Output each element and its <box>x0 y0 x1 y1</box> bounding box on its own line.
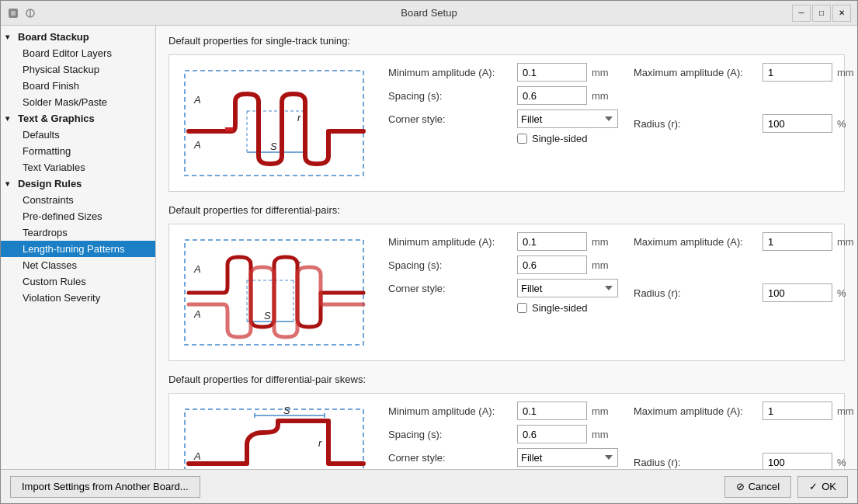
sidebar-item-text-variables[interactable]: Text Variables <box>1 159 155 176</box>
corner-style-label-diff: Corner style: <box>388 283 512 294</box>
max-amplitude-input-diff[interactable] <box>762 232 832 251</box>
min-amplitude-input-skews[interactable] <box>517 401 587 420</box>
sidebar-item-pre-defined-sizes[interactable]: Pre-defined Sizes <box>1 208 155 224</box>
max-amplitude-input-skews[interactable] <box>762 401 832 420</box>
sidebar-item-custom-rules[interactable]: Custom Rules <box>1 273 155 290</box>
min-amplitude-unit-diff: mm <box>592 236 607 248</box>
ok-label: OK <box>822 481 836 492</box>
max-amplitude-label-single: Maximum amplitude (A): <box>634 67 758 78</box>
sidebar-item-formatting[interactable]: Formatting <box>1 143 155 159</box>
radius-unit-single: % <box>837 118 853 130</box>
section-diff-pairs: Default properties for differential-pair… <box>168 204 845 361</box>
radius-row-single: Radius (r): % <box>634 114 853 133</box>
sidebar-item-length-tuning-patterns[interactable]: Length-tuning Patterns <box>1 241 155 257</box>
close-button[interactable]: ✕ <box>832 5 851 22</box>
svg-text:A: A <box>193 94 201 106</box>
sidebar-item-board-editor-layers[interactable]: Board Editor Layers <box>1 45 155 61</box>
sidebar-label-design-rules: Design Rules <box>18 178 82 189</box>
spacing-label-diff: Spacing (s): <box>388 259 512 271</box>
sidebar-item-physical-stackup[interactable]: Physical Stackup <box>1 61 155 78</box>
min-amplitude-label-skews: Minimum amplitude (A): <box>388 405 512 417</box>
radius-input-skews[interactable] <box>762 453 832 469</box>
main-window: Board Setup ─ □ ✕ ▾ Board Stackup Board … <box>0 0 858 504</box>
max-amplitude-label-skews: Maximum amplitude (A): <box>634 405 758 417</box>
spacing-row-skews: Spacing (s): mm <box>388 425 618 443</box>
sidebar-item-violation-severity[interactable]: Violation Severity <box>1 290 155 306</box>
amplitude-row-skews: Minimum amplitude (A): mm Spacing (s): m… <box>388 401 853 469</box>
svg-text:S: S <box>283 405 290 416</box>
content-area: ▾ Board Stackup Board Editor Layers Phys… <box>1 26 857 469</box>
tuning-section-diff-skews: A S r <box>168 393 845 469</box>
sidebar-item-solder-mask-paste[interactable]: Solder Mask/Paste <box>1 94 155 110</box>
max-amplitude-unit-single: mm <box>837 67 853 78</box>
sidebar-item-constraints[interactable]: Constraints <box>1 192 155 208</box>
max-amplitude-row-single: Maximum amplitude (A): mm <box>634 63 853 82</box>
form-single-track: Minimum amplitude (A): mm Spacing (s): m… <box>388 63 853 144</box>
cancel-label: Cancel <box>749 481 780 492</box>
spacing-input-single[interactable] <box>517 86 587 105</box>
col-right-diff: Maximum amplitude (A): mm Radius (r): % <box>634 232 853 314</box>
max-amplitude-label-diff: Maximum amplitude (A): <box>634 236 758 248</box>
cancel-button[interactable]: ⊘ Cancel <box>724 476 791 498</box>
sidebar-item-text-graphics[interactable]: ▾ Text & Graphics <box>1 110 155 127</box>
section-diff-skews: Default properties for differential-pair… <box>168 374 845 469</box>
window-title: Board Setup <box>401 7 457 19</box>
svg-rect-4 <box>185 71 363 176</box>
sidebar-label-board-finish: Board Finish <box>23 80 79 92</box>
maximize-button[interactable]: □ <box>812 5 831 22</box>
radius-input-single[interactable] <box>762 114 832 133</box>
corner-style-select-diff[interactable]: Fillet 45 degrees 90 degrees <box>517 279 618 297</box>
import-settings-button[interactable]: Import Settings from Another Board... <box>10 476 200 498</box>
sidebar-item-board-finish[interactable]: Board Finish <box>1 78 155 94</box>
spacing-input-skews[interactable] <box>517 425 587 443</box>
single-sided-checkbox-single[interactable] <box>517 134 527 144</box>
sidebar-label-constraints: Constraints <box>23 194 74 206</box>
svg-text:S: S <box>270 141 277 152</box>
single-sided-row-diff: Single-sided <box>388 302 618 314</box>
min-amplitude-unit-skews: mm <box>592 405 607 417</box>
corner-style-select-single[interactable]: Fillet 45 degrees 90 degrees <box>517 109 618 128</box>
single-sided-label-single: Single-sided <box>532 133 588 144</box>
sidebar-item-design-rules[interactable]: ▾ Design Rules <box>1 176 155 192</box>
corner-style-row-skews: Corner style: Fillet 45 degrees 90 degre… <box>388 448 618 467</box>
min-amplitude-input-single[interactable] <box>517 63 587 82</box>
section-title-diff-pairs: Default properties for differential-pair… <box>168 204 845 216</box>
svg-rect-1 <box>11 11 16 16</box>
tuning-inner-diff-skews: A S r <box>177 401 836 469</box>
window-controls[interactable]: ─ □ ✕ <box>792 5 851 22</box>
sidebar-label-pre-defined-sizes: Pre-defined Sizes <box>23 210 102 222</box>
svg-rect-13 <box>225 127 233 131</box>
tuning-inner-single-track: A A r S <box>177 63 836 183</box>
max-amplitude-input-single[interactable] <box>762 63 832 82</box>
diff-pairs-svg: A A r S <box>177 232 371 353</box>
sidebar-label-teardrops: Teardrops <box>23 227 68 238</box>
sidebar-item-net-classes[interactable]: Net Classes <box>1 257 155 273</box>
pin-icon <box>24 7 36 19</box>
radius-unit-skews: % <box>837 457 853 468</box>
corner-style-row-single: Corner style: Fillet 45 degrees 90 degre… <box>388 109 618 128</box>
min-amplitude-input-diff[interactable] <box>517 232 587 251</box>
col-left-diff: Minimum amplitude (A): mm Spacing (s): m… <box>388 232 618 314</box>
min-amplitude-unit-single: mm <box>592 67 607 78</box>
sidebar-item-teardrops[interactable]: Teardrops <box>1 224 155 241</box>
col-left-skews: Minimum amplitude (A): mm Spacing (s): m… <box>388 401 618 469</box>
corner-style-select-skews[interactable]: Fillet 45 degrees 90 degrees <box>517 448 618 467</box>
spacing-input-diff[interactable] <box>517 255 587 274</box>
sidebar-item-board-stackup[interactable]: ▾ Board Stackup <box>1 29 155 45</box>
main-panel: Default properties for single-track tuni… <box>156 26 857 469</box>
radius-row-diff: Radius (r): % <box>634 283 853 302</box>
single-sided-checkbox-diff[interactable] <box>517 303 527 313</box>
sidebar-label-formatting: Formatting <box>23 145 71 157</box>
radius-input-diff[interactable] <box>762 283 832 302</box>
sidebar-label-defaults: Defaults <box>23 129 60 141</box>
bottom-bar: Import Settings from Another Board... ⊘ … <box>1 469 857 503</box>
expand-arrow-design-rules: ▾ <box>5 179 15 188</box>
svg-text:A: A <box>193 263 201 275</box>
min-amplitude-row-diff: Minimum amplitude (A): mm <box>388 232 618 251</box>
expand-arrow-board-stackup: ▾ <box>5 33 15 41</box>
ok-button[interactable]: ✓ OK <box>797 476 848 498</box>
radius-label-skews: Radius (r): <box>634 457 758 468</box>
minimize-button[interactable]: ─ <box>792 5 811 22</box>
single-sided-row-single: Single-sided <box>388 133 618 144</box>
sidebar-item-defaults[interactable]: Defaults <box>1 127 155 143</box>
